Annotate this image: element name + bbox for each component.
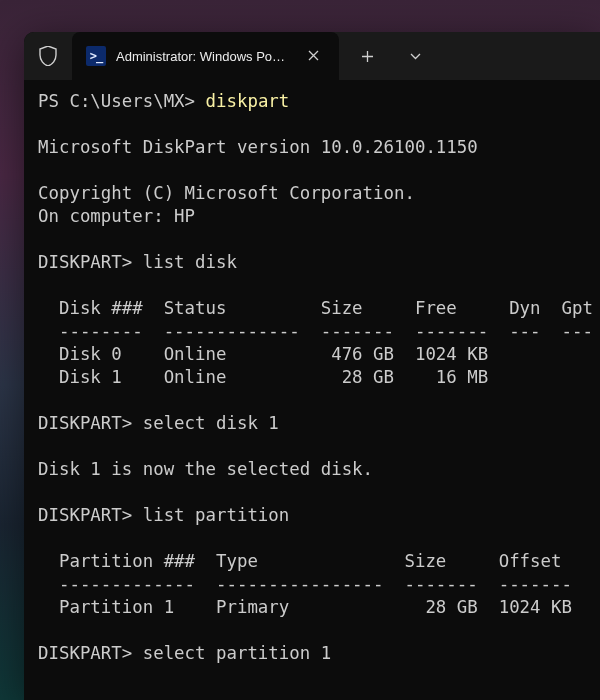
admin-shield-icon <box>24 46 72 66</box>
close-tab-button[interactable] <box>302 45 325 68</box>
prompt-ps: PS C:\Users\MX> <box>38 91 206 111</box>
prompt-diskpart: DISKPART> select disk 1 <box>38 413 279 433</box>
command-diskpart: diskpart <box>206 91 290 111</box>
table-divider: ------------- ---------------- ------- -… <box>38 574 572 594</box>
tab-active[interactable]: >_ Administrator: Windows PowerShell <box>72 32 339 80</box>
table-row: Partition 1 Primary 28 GB 1024 KB <box>38 597 572 617</box>
table-header: Disk ### Status Size Free Dyn Gpt <box>38 298 593 318</box>
terminal-window: >_ Administrator: Windows PowerShell PS … <box>24 32 600 700</box>
tab-title: Administrator: Windows PowerShell <box>116 49 288 64</box>
prompt-diskpart: DISKPART> list disk <box>38 252 237 272</box>
output-line: Microsoft DiskPart version 10.0.26100.11… <box>38 137 478 157</box>
title-bar: >_ Administrator: Windows PowerShell <box>24 32 600 80</box>
terminal-body[interactable]: PS C:\Users\MX> diskpart Microsoft DiskP… <box>24 80 600 675</box>
table-row: Disk 1 Online 28 GB 16 MB <box>38 367 488 387</box>
tab-dropdown-button[interactable] <box>395 40 435 72</box>
new-tab-button[interactable] <box>347 40 387 72</box>
output-line: Copyright (C) Microsoft Corporation. <box>38 183 415 203</box>
output-line: On computer: HP <box>38 206 195 226</box>
table-divider: -------- ------------- ------- ------- -… <box>38 321 593 341</box>
prompt-diskpart: DISKPART> list partition <box>38 505 289 525</box>
powershell-icon: >_ <box>86 46 106 66</box>
table-header: Partition ### Type Size Offset <box>38 551 562 571</box>
prompt-diskpart: DISKPART> select partition 1 <box>38 643 331 663</box>
output-line: Disk 1 is now the selected disk. <box>38 459 373 479</box>
table-row: Disk 0 Online 476 GB 1024 KB <box>38 344 488 364</box>
